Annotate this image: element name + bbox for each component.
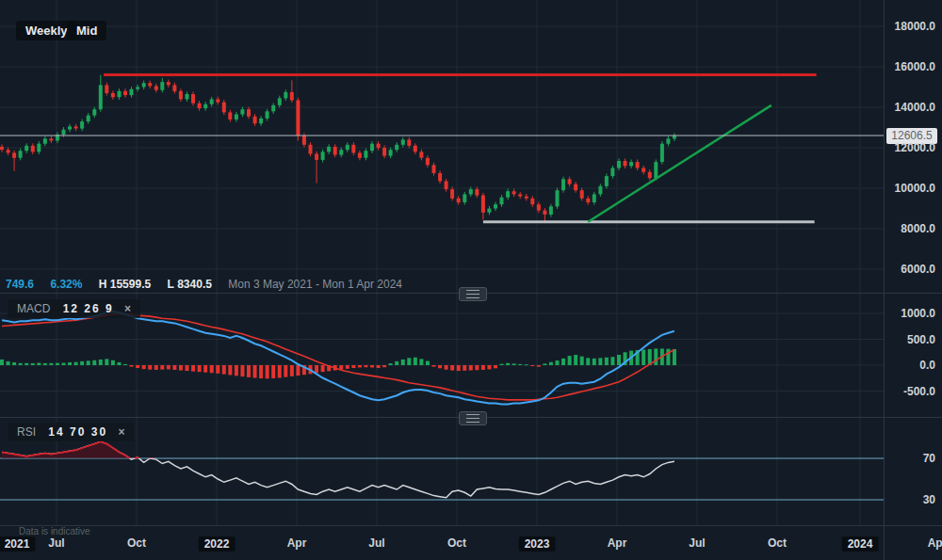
price-tick-label: 18000.0 — [886, 20, 935, 33]
rsi-panel — [0, 441, 884, 500]
symbol-info-bar: 749.6 6.32% H 15599.5 L 8340.5 Mon 3 May… — [6, 278, 402, 291]
data-indicative-note: Data is indicative — [19, 526, 90, 536]
time-tick-month: Apr — [608, 536, 627, 550]
low-value: 8340.5 — [177, 278, 212, 291]
time-tick-year: 2023 — [519, 536, 556, 552]
time-tick-month: Oct — [447, 536, 466, 550]
rsi-name: RSI — [17, 425, 36, 439]
grip-lines-icon — [466, 414, 479, 423]
candles — [0, 75, 676, 222]
macd-legend[interactable]: MACD 12 26 9 × — [8, 299, 140, 318]
macd-tick-label: -500.0 — [886, 385, 935, 398]
time-tick-month: Apr — [287, 536, 307, 550]
time-tick-year: 2021 — [0, 536, 35, 552]
grip-lines-icon — [466, 290, 479, 298]
high-value: 15599.5 — [110, 278, 151, 291]
time-tick-month: Oct — [127, 536, 146, 550]
macd-tick-label: 1000.0 — [886, 307, 935, 320]
panel-resize-grip[interactable] — [459, 411, 487, 425]
price-tick-label: 8000.0 — [886, 222, 935, 235]
time-tick-year: 2022 — [199, 536, 236, 552]
time-tick-year: 2024 — [842, 536, 879, 552]
rsi-level-label: 70 — [886, 452, 935, 465]
time-tick-month: Jul — [368, 536, 384, 550]
time-tick-month: Jul — [48, 536, 64, 550]
chart-style-button[interactable]: Mid — [67, 21, 106, 40]
date-range: Mon 3 May 2021 - Mon 1 Apr 2024 — [228, 278, 402, 291]
macd-tick-label: 0.0 — [886, 359, 935, 372]
price-tick-label: 12000.0 — [886, 141, 935, 154]
macd-tick-label: 500.0 — [886, 333, 935, 346]
rsi-level-label: 30 — [886, 493, 935, 506]
rsi-params: 14 70 30 — [48, 425, 107, 439]
price-tick-label: 10000.0 — [886, 182, 935, 195]
macd-name: MACD — [17, 302, 50, 315]
low-label: L — [168, 278, 174, 291]
macd-panel — [0, 312, 676, 405]
chart-window: Weekly Mid 749.6 6.32% H 15599.5 L 8340.… — [0, 0, 942, 560]
macd-params: 12 26 9 — [63, 302, 114, 315]
time-tick-month: Oct — [768, 536, 787, 550]
time-tick-month: Apr — [928, 536, 942, 550]
change-value: 749.6 — [6, 278, 34, 291]
rsi-legend[interactable]: RSI 14 70 30 × — [8, 423, 134, 441]
macd-close-icon[interactable]: × — [124, 302, 131, 315]
high-label: H — [99, 278, 107, 291]
time-tick-month: Jul — [689, 536, 705, 550]
rsi-close-icon[interactable]: × — [118, 425, 124, 439]
change-percent: 6.32% — [50, 278, 82, 291]
price-tick-label: 6000.0 — [886, 263, 935, 276]
grid — [0, 0, 884, 525]
price-tick-label: 14000.0 — [886, 101, 935, 114]
trend-line[interactable] — [588, 105, 771, 222]
price-tick-label: 16000.0 — [886, 60, 935, 73]
panel-resize-grip[interactable] — [459, 287, 487, 301]
